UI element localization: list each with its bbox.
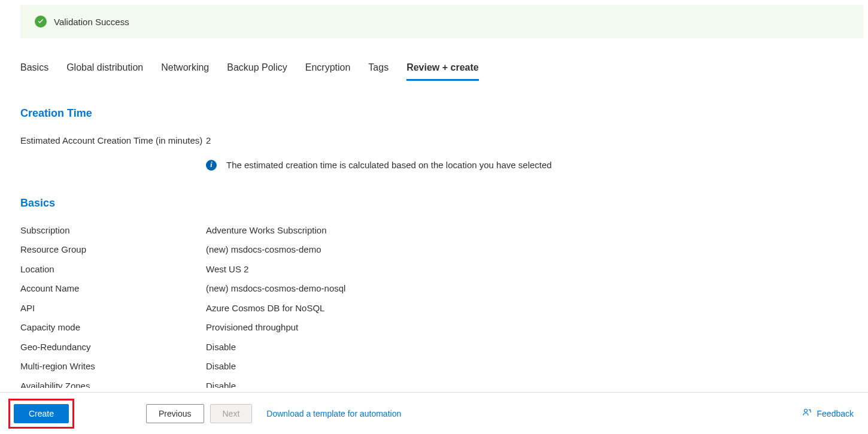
- summary-value: (new) msdocs-cosmos-demo: [206, 243, 321, 257]
- summary-label: Account Name: [20, 282, 206, 296]
- summary-value: Provisioned throughput: [206, 321, 298, 335]
- tab-basics[interactable]: Basics: [20, 62, 48, 81]
- summary-label: API: [20, 302, 206, 315]
- section-heading-creation-time: Creation Time: [20, 107, 848, 120]
- summary-row: APIAzure Cosmos DB for NoSQL: [20, 302, 848, 315]
- summary-value: (new) msdocs-cosmos-demo-nosql: [206, 282, 345, 296]
- summary-row: Geo-RedundancyDisable: [20, 341, 848, 354]
- summary-label: Location: [20, 263, 206, 277]
- create-button[interactable]: Create: [14, 404, 69, 423]
- summary-row: Account Name(new) msdocs-cosmos-demo-nos…: [20, 282, 848, 296]
- download-template-link[interactable]: Download a template for automation: [266, 409, 401, 418]
- summary-row: Availability ZonesDisable: [20, 380, 848, 389]
- feedback-icon: [803, 408, 812, 419]
- svg-point-0: [804, 409, 807, 412]
- tab-review-create[interactable]: Review + create: [406, 62, 479, 81]
- info-text: The estimated creation time is calculate…: [226, 160, 552, 170]
- summary-value: Azure Cosmos DB for NoSQL: [206, 302, 324, 315]
- previous-button[interactable]: Previous: [146, 404, 204, 423]
- summary-label: Availability Zones: [20, 380, 206, 389]
- section-basics: Basics SubscriptionAdventure Works Subsc…: [0, 197, 868, 389]
- create-highlight: Create: [8, 399, 74, 429]
- tab-global-distribution[interactable]: Global distribution: [66, 62, 143, 81]
- summary-label: Geo-Redundancy: [20, 341, 206, 354]
- summary-row: LocationWest US 2: [20, 263, 848, 277]
- section-creation-time: Creation Time Estimated Account Creation…: [0, 107, 868, 171]
- summary-label: Multi-region Writes: [20, 360, 206, 374]
- summary-value: Adventure Works Subscription: [206, 224, 326, 238]
- validation-banner: Validation Success: [20, 5, 863, 38]
- summary-label: Capacity mode: [20, 321, 206, 335]
- wizard-tabs: BasicsGlobal distributionNetworkingBacku…: [0, 62, 868, 81]
- summary-row: Resource Group(new) msdocs-cosmos-demo: [20, 243, 848, 257]
- next-button: Next: [210, 404, 253, 423]
- tab-networking[interactable]: Networking: [161, 62, 209, 81]
- summary-value: West US 2: [206, 263, 248, 277]
- estimate-value: 2: [206, 134, 211, 148]
- summary-label: Subscription: [20, 224, 206, 238]
- summary-value: Disable: [206, 380, 236, 389]
- summary-row: Multi-region WritesDisable: [20, 360, 848, 374]
- summary-value: Disable: [206, 341, 236, 354]
- info-icon: i: [206, 160, 217, 171]
- tab-encryption[interactable]: Encryption: [305, 62, 351, 81]
- summary-row: Capacity modeProvisioned throughput: [20, 321, 848, 335]
- section-heading-basics: Basics: [20, 197, 848, 210]
- summary-value: Disable: [206, 360, 236, 374]
- summary-label: Resource Group: [20, 243, 206, 257]
- tab-tags[interactable]: Tags: [368, 62, 389, 81]
- summary-row: SubscriptionAdventure Works Subscription: [20, 224, 848, 238]
- validation-text: Validation Success: [54, 17, 129, 27]
- success-check-icon: [35, 16, 47, 28]
- feedback-link[interactable]: Feedback: [803, 408, 854, 419]
- estimate-label: Estimated Account Creation Time (in minu…: [20, 134, 206, 148]
- feedback-label: Feedback: [817, 409, 854, 418]
- tab-backup-policy[interactable]: Backup Policy: [227, 62, 287, 81]
- wizard-footer: Create Previous Next Download a template…: [0, 392, 868, 434]
